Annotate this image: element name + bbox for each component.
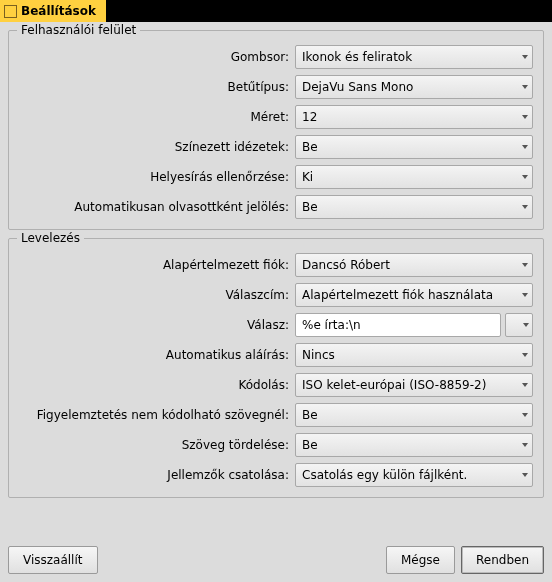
combo-autosig-value: Nincs (302, 348, 335, 362)
chevron-down-icon (522, 115, 528, 119)
window-title: Beállítások (21, 4, 96, 18)
input-reply[interactable]: %e írta:\n (295, 313, 501, 337)
button-spacer (104, 546, 380, 574)
label-size: Méret: (19, 110, 295, 124)
combo-attach[interactable]: Csatolás egy külön fájlként. (295, 463, 533, 487)
combo-encoding-value: ISO kelet-európai (ISO-8859-2) (302, 378, 486, 392)
group-ui: Felhasználói felület Gombsor: Ikonok és … (8, 30, 544, 230)
input-reply-value: %e írta:\n (302, 318, 361, 332)
ok-button-label: Rendben (476, 553, 529, 567)
combo-account-value: Dancsó Róbert (302, 258, 390, 272)
label-quotes: Színezett idézetek: (19, 140, 295, 154)
chevron-down-icon (522, 353, 528, 357)
chevron-down-icon (522, 55, 528, 59)
label-replyto: Válaszcím: (19, 288, 295, 302)
chevron-down-icon (522, 473, 528, 477)
label-toolbar: Gombsor: (19, 50, 295, 64)
combo-size-value: 12 (302, 110, 317, 124)
combo-autoread-value: Be (302, 200, 318, 214)
chevron-down-icon (522, 205, 528, 209)
client-area: Felhasználói felület Gombsor: Ikonok és … (0, 22, 552, 582)
label-autosig: Automatikus aláírás: (19, 348, 295, 362)
chevron-down-icon (522, 443, 528, 447)
combo-toolbar-value: Ikonok és feliratok (302, 50, 412, 64)
chevron-down-icon (522, 85, 528, 89)
combo-autosig[interactable]: Nincs (295, 343, 533, 367)
combo-size[interactable]: 12 (295, 105, 533, 129)
combo-quotes-value: Be (302, 140, 318, 154)
settings-window: Beállítások Felhasználói felület Gombsor… (0, 0, 552, 582)
combo-quotes[interactable]: Be (295, 135, 533, 159)
combo-warn-value: Be (302, 408, 318, 422)
chevron-down-icon (522, 175, 528, 179)
chevron-down-icon (522, 263, 528, 267)
group-ui-title: Felhasználói felület (17, 23, 140, 37)
group-mail-title: Levelezés (17, 231, 84, 245)
combo-warn[interactable]: Be (295, 403, 533, 427)
titlebar: Beállítások (0, 0, 552, 22)
combo-wrap[interactable]: Be (295, 433, 533, 457)
chevron-down-icon (522, 293, 528, 297)
chevron-down-icon (523, 323, 529, 327)
combo-autoread[interactable]: Be (295, 195, 533, 219)
window-tab[interactable]: Beállítások (0, 0, 108, 22)
label-encoding: Kódolás: (19, 378, 295, 392)
combo-font-value: DejaVu Sans Mono (302, 80, 413, 94)
combo-replyto[interactable]: Alapértelmezett fiók használata (295, 283, 533, 307)
label-font: Betűtípus: (19, 80, 295, 94)
combo-spell-value: Ki (302, 170, 313, 184)
combo-replyto-value: Alapértelmezett fiók használata (302, 288, 493, 302)
dialog-buttons: Visszaállít Mégse Rendben (8, 542, 544, 574)
reset-button-label: Visszaállít (23, 553, 83, 567)
cancel-button-label: Mégse (401, 553, 440, 567)
reset-button[interactable]: Visszaállít (8, 546, 98, 574)
label-spell: Helyesírás ellenőrzése: (19, 170, 295, 184)
combo-spell[interactable]: Ki (295, 165, 533, 189)
reply-more-button[interactable] (505, 313, 533, 337)
combo-account[interactable]: Dancsó Róbert (295, 253, 533, 277)
chevron-down-icon (522, 413, 528, 417)
label-attach: Jellemzők csatolása: (19, 468, 295, 482)
combo-font[interactable]: DejaVu Sans Mono (295, 75, 533, 99)
combo-toolbar[interactable]: Ikonok és feliratok (295, 45, 533, 69)
label-account: Alapértelmezett fiók: (19, 258, 295, 272)
label-wrap: Szöveg tördelése: (19, 438, 295, 452)
combo-attach-value: Csatolás egy külön fájlként. (302, 468, 467, 482)
ok-button[interactable]: Rendben (461, 546, 544, 574)
label-warn: Figyelemztetés nem kódolható szövegnél: (19, 408, 295, 422)
combo-wrap-value: Be (302, 438, 318, 452)
window-icon (4, 5, 17, 18)
chevron-down-icon (522, 145, 528, 149)
group-mail: Levelezés Alapértelmezett fiók: Dancsó R… (8, 238, 544, 498)
chevron-down-icon (522, 383, 528, 387)
label-autoread: Automatikusan olvasottként jelölés: (19, 200, 295, 214)
cancel-button[interactable]: Mégse (386, 546, 455, 574)
combo-encoding[interactable]: ISO kelet-európai (ISO-8859-2) (295, 373, 533, 397)
label-reply: Válasz: (19, 318, 295, 332)
